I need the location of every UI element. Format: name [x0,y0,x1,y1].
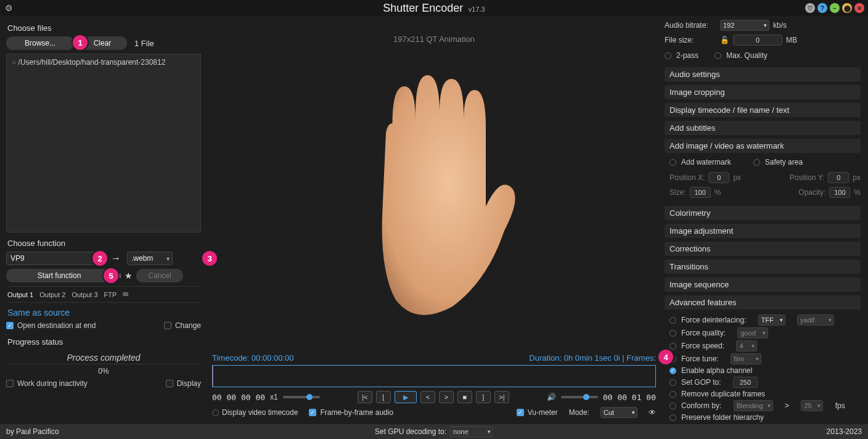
step-badge-5: 5 [104,268,118,283]
choose-function-label: Choose function [7,239,201,248]
force-quality-check[interactable]: Force quality: good [669,327,861,338]
maximize-icon[interactable]: ⬤ [842,3,852,13]
force-deint-check[interactable]: Force deinterlacing: TFF yadif [669,314,861,326]
tab-output3[interactable]: Output 3 [72,291,97,298]
quality-dropdown[interactable]: good [737,327,768,338]
cancel-button[interactable]: Cancel [136,269,183,282]
footer: by Paul Pacifico Set GPU decoding to: no… [0,424,868,439]
timecode-label: Timecode: 00:00:00:00 [212,353,294,363]
frame-audio-checkbox[interactable]: ✓Frame-by-frame audio [309,408,393,417]
display-tc-header[interactable]: Display timecode / file name / text [665,103,861,117]
posy-input[interactable] [828,172,849,183]
display-video-tc-radio[interactable]: Display video timecode [212,408,298,417]
open-destination-checkbox[interactable]: ✓Open destination at end [6,321,96,330]
timeline-in-marker[interactable] [213,366,213,387]
out-point-button[interactable]: ] [476,391,491,403]
next-mark-button[interactable]: >| [494,391,509,403]
extension-dropdown[interactable]: .webm [127,252,173,265]
choose-files-label: Choose files [7,23,201,33]
app-title: Shutter Encoder v17.3 [383,2,485,15]
force-tune-check[interactable]: Force tune: film [669,353,861,364]
conform-dropdown[interactable]: Blending [734,400,773,411]
conform-check[interactable]: Conform by: Blending > 25 fps [669,400,861,411]
advanced-header[interactable]: Advanced features [665,295,861,310]
years-label: 2013-2023 [827,427,862,436]
corrections-header[interactable]: Corrections [665,242,861,256]
prev-mark-button[interactable]: |< [358,391,372,403]
preserve-folder-check[interactable]: Preserve folder hierarchy [669,413,861,422]
deint-method-dropdown[interactable]: yadif [797,314,834,326]
step-fwd-button[interactable]: > [439,391,454,403]
vu-meter-checkbox[interactable]: ✓Vu-meter [517,408,558,417]
tab-ftp[interactable]: FTP [104,291,117,298]
tune-dropdown[interactable]: film [731,353,761,364]
max-quality-radio[interactable]: Max. Quality [714,51,768,60]
transitions-header[interactable]: Transitions [665,260,861,274]
work-inactivity-label: Work during inactivity [17,379,88,388]
transport-bar: 00 00 00 00 x1 |< [ ▶ < > ■ ] >| 🔊 00 00… [212,391,656,403]
favorite-icon[interactable]: ★ [125,271,133,281]
safety-area-check[interactable]: Safety area [753,158,803,166]
remove-dup-check[interactable]: Remove duplicate frames [669,390,861,398]
colorimetry-header[interactable]: Colorimetry [665,206,861,220]
tab-output1[interactable]: Output 1 [7,291,33,298]
help-icon[interactable]: ? [817,3,827,13]
wm-size-input[interactable] [690,187,711,198]
volume-slider[interactable] [561,396,598,398]
right-panel: Audio bitrate: 192 kb/s File size: 🔓 MB … [661,16,868,423]
file-count: 1 File [134,39,154,48]
lock-icon[interactable]: 🔓 [720,36,729,44]
enable-alpha-check[interactable]: Enable alpha channel [669,366,861,375]
speed-slider[interactable] [283,396,320,398]
play-button[interactable]: ▶ [395,391,417,403]
image-sequence-header[interactable]: Image sequence [665,277,861,292]
add-watermark-check[interactable]: Add watermark [669,158,731,166]
window-buttons: ♡ ? − ⬤ ✕ [805,3,864,13]
tc-left: 00 00 00 00 [212,393,265,402]
preview-options-row: Display video timecode ✓Frame-by-frame a… [212,407,656,418]
list-item[interactable]: /Users/hill/Desktop/hand-transparent-230… [9,57,198,68]
speed-label: x1 [270,393,278,401]
image-adjustment-header[interactable]: Image adjustment [665,224,861,238]
file-size-input[interactable] [733,35,782,46]
progress-status-label: Progress status [7,337,201,347]
change-checkbox[interactable]: Change [164,321,201,330]
mail-icon[interactable]: ✉ [123,290,128,298]
close-icon[interactable]: ✕ [854,3,864,13]
conform-fps-dropdown[interactable]: 25 [801,400,823,411]
set-gop-check[interactable]: Set GOP to: [669,377,861,388]
display-checkbox[interactable]: Display [166,379,201,388]
start-function-button[interactable]: Start function [6,269,112,282]
audio-bitrate-dropdown[interactable]: 192 [720,20,769,31]
wm-opacity-input[interactable] [829,187,850,198]
browse-button[interactable]: Browse... [6,36,74,50]
tab-output2[interactable]: Output 2 [39,291,65,298]
function-dropdown[interactable]: VP9 [6,252,105,265]
minimize-icon[interactable]: − [830,3,840,13]
volume-icon[interactable]: 🔊 [547,393,556,401]
mode-dropdown[interactable]: Cut [600,407,637,418]
two-pass-radio[interactable]: 2-pass [665,51,698,60]
force-speed-check[interactable]: Force speed: 4 [669,340,861,351]
audio-settings-header[interactable]: Audio settings [665,67,861,81]
display-label: Display [177,379,201,388]
file-list[interactable]: /Users/hill/Desktop/hand-transparent-230… [6,54,201,232]
donate-icon[interactable]: ♡ [805,3,815,13]
gop-input[interactable] [733,377,758,388]
eye-icon[interactable]: 👁 [649,408,656,417]
timeline[interactable] [212,365,656,387]
step-badge-4: 4 [658,350,673,364]
speed-dropdown[interactable]: 4 [736,340,757,351]
step-back-button[interactable]: < [420,391,435,403]
watermark-header[interactable]: Add image / video as watermark [665,139,861,153]
preview-image [342,68,526,327]
in-point-button[interactable]: [ [376,391,391,403]
work-inactivity-checkbox[interactable]: Work during inactivity [6,379,88,388]
gpu-dropdown[interactable]: none [450,426,493,437]
add-subtitles-header[interactable]: Add subtitles [665,121,861,135]
settings-gear-icon[interactable]: ⚙ [5,3,13,13]
stop-button[interactable]: ■ [457,391,472,403]
image-cropping-header[interactable]: Image cropping [665,85,861,99]
posx-input[interactable] [708,172,729,183]
deint-tff-dropdown[interactable]: TFF [758,314,785,326]
